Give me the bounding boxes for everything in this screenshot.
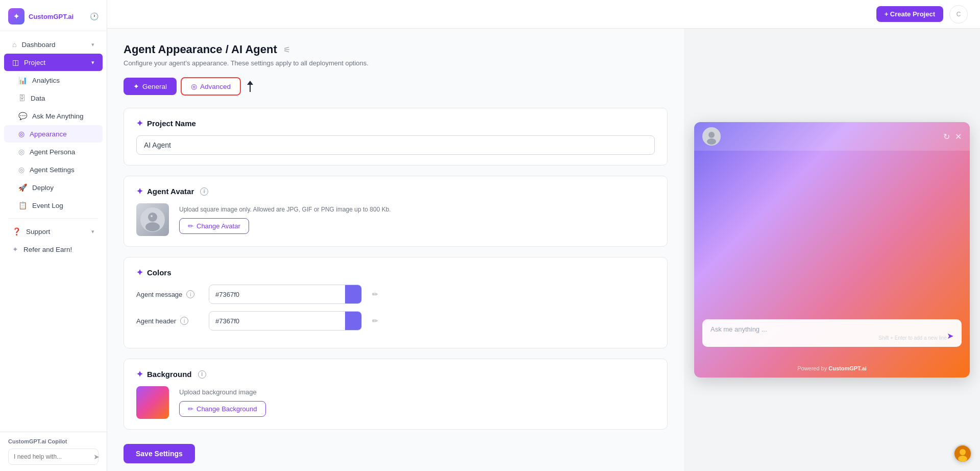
refresh-icon[interactable]: ↻	[943, 132, 950, 142]
bg-preview	[136, 386, 169, 419]
avatar-row: Upload square image only. Allowed are JP…	[136, 203, 655, 236]
change-background-label: Change Background	[197, 405, 257, 413]
tabs: ✦ General ◎ Advanced	[124, 77, 668, 96]
section-icon: ✦	[136, 268, 143, 277]
sidebar-item-label: Deploy	[32, 184, 54, 192]
loading-indicator: C	[949, 5, 968, 23]
sidebar-item-label: Agent Settings	[30, 166, 75, 174]
dashboard-icon: ⌂	[12, 40, 16, 49]
agent-avatar-section: ✦ Agent Avatar i	[124, 176, 668, 247]
log-icon: 📋	[18, 201, 27, 209]
project-name-label: Project Name	[147, 119, 196, 128]
preview-panel: ↻ ✕ Ask me anything ... Shift + Enter to…	[684, 29, 980, 471]
send-icon[interactable]: ➤	[93, 453, 100, 461]
persona-icon: ◎	[18, 148, 24, 156]
data-icon: 🗄	[18, 94, 26, 102]
color-swatch-message[interactable]	[345, 285, 361, 303]
section-icon: ✦	[136, 369, 143, 379]
svg-point-6	[707, 138, 716, 145]
color-hex-message[interactable]	[209, 286, 345, 303]
sidebar-item-dashboard[interactable]: ⌂ Dashboard ▾	[4, 36, 103, 53]
chat-controls: ↻ ✕	[943, 132, 962, 142]
sidebar-item-label: Project	[24, 59, 45, 66]
chat-avatar	[702, 127, 721, 146]
sidebar-item-deploy[interactable]: 🚀 Deploy	[4, 179, 103, 196]
clock-icon[interactable]: 🕐	[90, 12, 99, 20]
sidebar-item-agent-settings[interactable]: ◎ Agent Settings	[4, 161, 103, 178]
info-icon[interactable]: i	[180, 317, 188, 325]
tab-arrow	[247, 81, 253, 92]
create-project-button[interactable]: + Create Project	[876, 6, 943, 22]
arrow-line	[250, 85, 251, 92]
pencil-icon: ✏	[188, 405, 193, 413]
project-icon: ◫	[12, 58, 19, 66]
analytics-icon: 📊	[18, 76, 27, 84]
chat-placeholder[interactable]: Ask me anything ...	[710, 325, 947, 333]
edit-icon[interactable]: ✏	[372, 290, 378, 298]
close-icon[interactable]: ✕	[955, 132, 962, 142]
general-tab-icon: ✦	[133, 82, 139, 90]
sidebar-item-ask-me-anything[interactable]: 💬 Ask Me Anything	[4, 107, 103, 125]
colors-label: Colors	[147, 268, 172, 277]
avatar-image	[136, 203, 169, 236]
avatar-info: Upload square image only. Allowed are JP…	[179, 206, 655, 234]
tab-general[interactable]: ✦ General	[124, 78, 177, 95]
main-content: + Create Project C Agent Appearance / AI…	[107, 0, 980, 471]
copilot-label: CustomGPT.ai Copilot	[8, 438, 99, 444]
copilot-input[interactable]	[14, 453, 90, 460]
refer-icon: ✦	[12, 245, 18, 253]
sidebar-item-label: Ask Me Anything	[32, 112, 84, 120]
chat-footer: Powered by CustomGPT.ai	[694, 365, 970, 371]
chat-footer-brand: CustomGPT.ai	[828, 365, 867, 371]
page-title-row: Agent Appearance / AI Agent ⚟	[124, 43, 668, 56]
bg-row: Upload background image ✏ Change Backgro…	[136, 386, 655, 419]
sidebar-item-event-log[interactable]: 📋 Event Log	[4, 197, 103, 214]
svg-point-9	[958, 456, 967, 462]
sidebar-item-label: Data	[31, 95, 45, 102]
edit-icon[interactable]: ✏	[372, 317, 378, 325]
settings-icon: ◎	[18, 166, 24, 174]
sidebar-item-refer-earn[interactable]: ✦ Refer and Earn!	[4, 241, 103, 258]
section-icon: ✦	[136, 186, 143, 196]
content-area: Agent Appearance / AI Agent ⚟ Configure …	[107, 29, 980, 471]
chat-hint: Shift + Enter to add a new line	[710, 335, 947, 341]
chat-send-icon[interactable]: ➤	[947, 331, 953, 341]
share-icon[interactable]: ⚟	[283, 45, 290, 55]
info-icon[interactable]: i	[186, 290, 194, 298]
sidebar-item-label: Refer and Earn!	[23, 246, 72, 253]
change-avatar-label: Change Avatar	[197, 222, 240, 230]
advanced-tab-icon: ◎	[191, 82, 197, 90]
color-input-group-message	[209, 285, 362, 304]
chat-icon: 💬	[18, 112, 27, 120]
topbar: + Create Project C	[107, 0, 980, 29]
change-background-button[interactable]: ✏ Change Background	[179, 401, 266, 417]
logo: ✦ CustomGPT.ai 🕐	[0, 0, 107, 31]
sidebar-item-label: Agent Persona	[30, 148, 75, 156]
project-name-input[interactable]	[136, 135, 655, 155]
chevron-down-icon: ▾	[91, 41, 94, 48]
sidebar-item-agent-persona[interactable]: ◎ Agent Persona	[4, 143, 103, 160]
avatar-preview	[136, 203, 169, 236]
sidebar-item-appearance[interactable]: ◎ Appearance	[4, 125, 103, 143]
deploy-icon: 🚀	[18, 183, 27, 192]
sidebar-item-analytics[interactable]: 📊 Analytics	[4, 72, 103, 89]
tab-advanced[interactable]: ◎ Advanced	[181, 77, 241, 96]
color-label-message: Agent message i	[136, 290, 203, 298]
sidebar-item-data[interactable]: 🗄 Data	[4, 89, 103, 107]
info-icon[interactable]: i	[198, 370, 206, 379]
chevron-down-icon: ▾	[91, 59, 94, 66]
color-label-header: Agent header i	[136, 317, 203, 325]
page-subtitle: Configure your agent's appearance. These…	[124, 59, 668, 67]
info-icon[interactable]: i	[200, 187, 208, 196]
background-label: Background	[147, 370, 192, 379]
section-icon: ✦	[136, 119, 143, 128]
color-swatch-header[interactable]	[345, 312, 361, 330]
sidebar-item-support[interactable]: ❓ Support ▾	[4, 223, 103, 240]
background-title: ✦ Background i	[136, 369, 655, 379]
chevron-down-icon: ▾	[91, 228, 94, 235]
color-hex-header[interactable]	[209, 313, 345, 329]
save-settings-button[interactable]: Save Settings	[124, 444, 195, 463]
sidebar-item-project[interactable]: ◫ Project ▾	[4, 54, 103, 71]
logo-text: CustomGPT.ai	[29, 13, 74, 20]
change-avatar-button[interactable]: ✏ Change Avatar	[179, 218, 249, 234]
